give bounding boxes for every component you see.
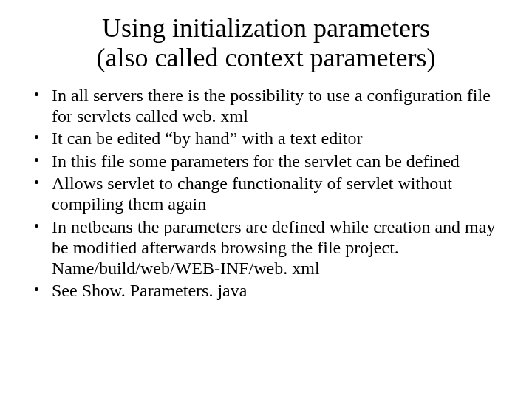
list-item: In all servers there is the possibility … <box>33 85 499 127</box>
list-item: It can be edited “by hand” with a text e… <box>33 128 499 149</box>
list-item: Allows servlet to change functionality o… <box>33 173 499 215</box>
list-item: In this file some parameters for the ser… <box>33 151 499 171</box>
title-line-1: Using initialization parameters <box>102 13 430 43</box>
list-item: In netbeans the parameters are defined w… <box>33 216 499 279</box>
slide-title: Using initialization parameters (also ca… <box>33 13 499 73</box>
list-item: See Show. Parameters. java <box>33 280 499 301</box>
slide: Using initialization parameters (also ca… <box>0 0 532 399</box>
bullet-list: In all servers there is the possibility … <box>33 85 499 301</box>
title-line-2: (also called context parameters) <box>97 43 436 72</box>
